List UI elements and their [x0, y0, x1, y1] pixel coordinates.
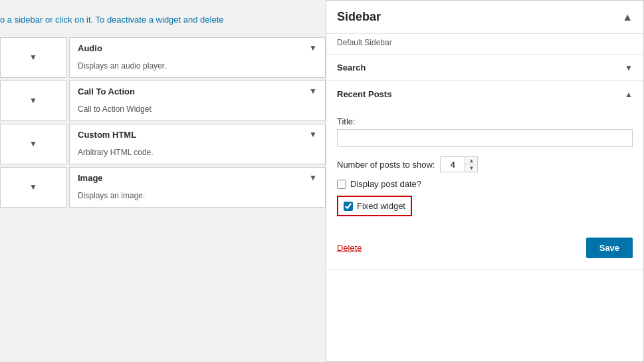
chevron-down-icon: ▼: [309, 130, 317, 139]
widget-desc-custom-html: Arbitrary HTML code.: [70, 145, 325, 164]
widget-label-cta: Call To Action: [78, 87, 135, 96]
chevron-down-icon: [625, 63, 633, 73]
posts-count-label: Number of posts to show:: [337, 160, 435, 170]
sidebar-widget-header-search[interactable]: Search: [326, 55, 643, 81]
widget-label-image: Image: [78, 173, 103, 183]
sidebar-collapse-icon[interactable]: [622, 11, 633, 23]
posts-count-input[interactable]: [441, 157, 465, 172]
sidebar-header: Sidebar: [326, 1, 643, 34]
spinner-down-button[interactable]: ▼: [465, 164, 477, 172]
recent-posts-widget-label: Recent Posts: [337, 89, 391, 99]
sidebar-widget-header-recent-posts[interactable]: Recent Posts: [326, 81, 643, 107]
widget-small-cta[interactable]: ▼: [0, 81, 66, 121]
widget-header-cta[interactable]: Call To Action ▼: [70, 81, 325, 102]
chevron-down-icon: ▼: [29, 182, 37, 192]
widget-row-cta: ▼ Call To Action ▼ Call to Action Widget: [0, 81, 326, 121]
widget-desc-audio: Displays an audio player.: [70, 59, 325, 77]
sidebar-widget-recent-posts: Recent Posts Title: Number of posts to s…: [326, 81, 643, 270]
fixed-widget-container: Fixed widget: [337, 196, 633, 226]
widget-small-custom-html[interactable]: ▼: [0, 124, 66, 164]
widget-small-audio[interactable]: ▼: [0, 37, 66, 78]
chevron-down-icon: ▼: [29, 53, 37, 62]
widget-small-image[interactable]: ▼: [0, 167, 66, 208]
widget-box-cta[interactable]: Call To Action ▼ Call to Action Widget: [69, 81, 326, 121]
chevron-up-icon: [625, 90, 633, 99]
widget-box-image[interactable]: Image ▼ Displays an image.: [69, 167, 326, 208]
sidebar-widget-search: Search: [326, 55, 643, 81]
widget-header-custom-html[interactable]: Custom HTML ▼: [70, 124, 325, 145]
available-widgets: ▼ Audio ▼ Displays an audio player. ▼ Ca…: [0, 37, 326, 210]
display-date-checkbox[interactable]: [337, 180, 346, 189]
delete-link[interactable]: Delete: [337, 243, 362, 253]
widget-list-panel: o a sidebar or click on it. To deactivat…: [0, 0, 326, 362]
chevron-down-icon: ▼: [309, 173, 317, 182]
intro-text: o a sidebar or click on it. To deactivat…: [0, 7, 326, 37]
chevron-down-icon: ▼: [29, 139, 37, 148]
recent-posts-body: Title: Number of posts to show: ▲ ▼ Disp…: [326, 107, 643, 269]
spinner-up-button[interactable]: ▲: [465, 157, 477, 164]
widget-desc-image: Displays an image.: [70, 188, 325, 207]
search-widget-label: Search: [337, 63, 366, 73]
display-date-row: Display post date?: [337, 179, 633, 189]
widget-row-audio: ▼ Audio ▼ Displays an audio player.: [0, 37, 326, 78]
widget-box-custom-html[interactable]: Custom HTML ▼ Arbitrary HTML code.: [69, 124, 326, 164]
chevron-down-icon: ▼: [309, 87, 317, 96]
fixed-widget-checkbox[interactable]: [344, 202, 353, 211]
title-form-group: Title:: [337, 116, 633, 147]
chevron-down-icon: ▼: [309, 43, 317, 53]
sidebar-title: Sidebar: [337, 10, 381, 24]
number-spinners: ▲ ▼: [465, 157, 477, 172]
widget-label-audio: Audio: [78, 43, 102, 53]
widget-header-image[interactable]: Image ▼: [70, 168, 325, 188]
widget-footer: Delete Save: [337, 235, 633, 258]
widget-row-image: ▼ Image ▼ Displays an image.: [0, 167, 326, 208]
widget-box-audio[interactable]: Audio ▼ Displays an audio player.: [69, 37, 326, 78]
widget-row-custom-html: ▼ Custom HTML ▼ Arbitrary HTML code.: [0, 124, 326, 164]
widget-header-audio[interactable]: Audio ▼: [70, 38, 325, 59]
display-date-label[interactable]: Display post date?: [350, 179, 421, 189]
chevron-down-icon: ▼: [29, 96, 37, 105]
posts-count-row: Number of posts to show: ▲ ▼: [337, 156, 633, 172]
fixed-widget-row: Fixed widget: [337, 196, 412, 216]
sidebar-panel: Sidebar Default Sidebar Search Recent Po…: [326, 0, 644, 362]
widget-desc-cta: Call to Action Widget: [70, 102, 325, 120]
widget-label-custom-html: Custom HTML: [78, 130, 136, 140]
sidebar-subtitle: Default Sidebar: [326, 34, 643, 55]
save-button[interactable]: Save: [586, 238, 633, 258]
posts-count-input-wrapper: ▲ ▼: [440, 156, 478, 172]
title-label: Title:: [337, 116, 633, 126]
fixed-widget-label[interactable]: Fixed widget: [357, 201, 405, 211]
title-input[interactable]: [337, 129, 633, 147]
